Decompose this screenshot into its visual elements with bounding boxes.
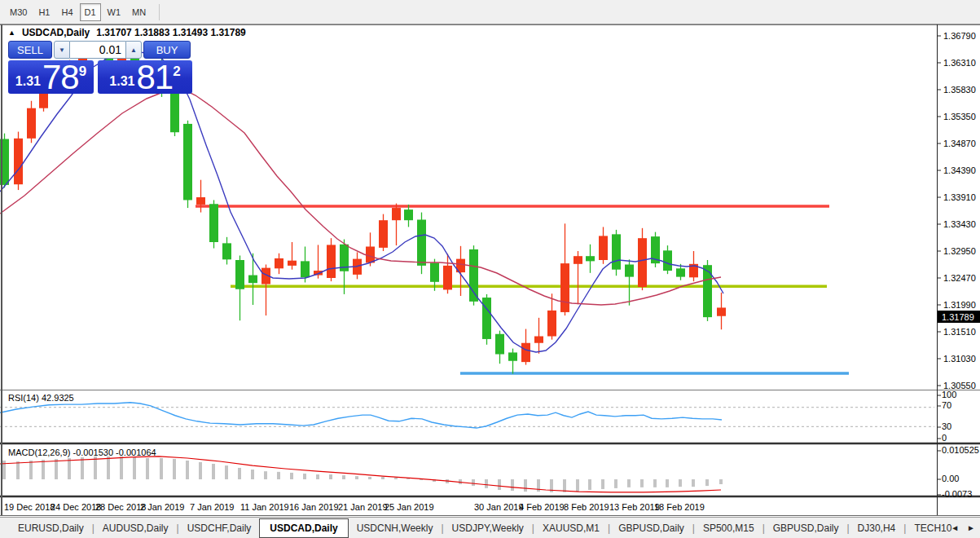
macd-histogram-bar xyxy=(511,479,514,491)
sell-price-tile[interactable]: 1.31789 xyxy=(8,60,94,94)
macd-histogram-bar xyxy=(251,470,254,479)
rsi-axis-label: 70 xyxy=(942,400,951,410)
price-axis-label: 1.36310 xyxy=(943,58,976,68)
candle xyxy=(651,232,660,267)
macd-histogram-bar xyxy=(68,458,71,479)
date-axis-label: 16 Jan 2019 xyxy=(289,502,339,512)
rsi-value: 42.9325 xyxy=(42,393,74,403)
macd-histogram-bar xyxy=(160,458,163,479)
candle xyxy=(209,200,218,248)
lot-increase-button[interactable]: ▲ xyxy=(125,41,142,59)
macd-histogram-bar xyxy=(601,479,604,489)
macd-axis-label: -0.0073 xyxy=(942,489,972,499)
macd-histogram-bar xyxy=(381,477,385,479)
candle xyxy=(14,132,23,191)
date-axis-label: 2 Jan 2019 xyxy=(140,502,184,512)
tabs-scroll-right-icon[interactable]: ► xyxy=(967,523,975,532)
tab-usdchf-daily[interactable]: USDCHF,Daily xyxy=(179,520,260,536)
macd-histogram-bar xyxy=(563,479,566,492)
price-axis-label: 1.36790 xyxy=(943,31,976,41)
collapse-arrow-icon[interactable]: ▲ xyxy=(8,27,15,38)
arrow-up-icon: ▲ xyxy=(130,46,137,54)
date-axis-label: 11 Jan 2019 xyxy=(240,502,289,512)
rsi-label: RSI(14) 42.9325 xyxy=(8,393,74,403)
macd-histogram-bar xyxy=(407,478,410,479)
date-axis-label: 30 Jan 2019 xyxy=(474,502,524,512)
tab-sp500-m15[interactable]: SP500,M15 xyxy=(695,520,762,536)
macd-histogram-bar xyxy=(107,456,110,479)
toolbar-divider xyxy=(159,4,160,20)
macd-histogram-bar xyxy=(55,459,58,479)
tab-xauusd-m1[interactable]: XAUUSD,M1 xyxy=(534,520,608,536)
price-axis-label: 1.33910 xyxy=(943,192,976,202)
macd-histogram-bar xyxy=(225,465,228,479)
buy-button[interactable]: BUY xyxy=(143,41,191,59)
macd-histogram-bar xyxy=(120,456,123,479)
tab-dj30-h4[interactable]: DJ30,H4 xyxy=(850,520,904,536)
sell-price-base: 1.31 xyxy=(15,74,41,89)
tab-eurusd-daily[interactable]: EURUSD,Daily xyxy=(10,520,92,536)
macd-histogram-bar xyxy=(640,479,644,487)
timeframe-button-m30[interactable]: M30 xyxy=(5,3,32,21)
timeframe-button-w1[interactable]: W1 xyxy=(103,3,126,21)
rsi-axis-label: 30 xyxy=(942,421,951,431)
macd-histogram-bar xyxy=(627,479,631,487)
price-axis-label: 1.33430 xyxy=(943,219,976,229)
macd-histogram-bar xyxy=(588,479,591,490)
price-axis-label: 1.31510 xyxy=(943,327,976,337)
macd-histogram-bar xyxy=(498,479,501,490)
macd-histogram-bar xyxy=(614,479,617,488)
tabs-scroll-left-icon[interactable]: ◄ xyxy=(951,523,959,532)
macd-axis-label: 0.00 xyxy=(942,474,959,483)
timeframe-button-h1[interactable]: H1 xyxy=(33,3,55,21)
macd-histogram-bar xyxy=(199,462,202,479)
macd-histogram-bar xyxy=(81,457,84,479)
macd-histogram-bar xyxy=(692,479,695,487)
buy-price-sup: 2 xyxy=(173,64,180,80)
chart-title: ▲ USDCAD,Daily 1.31707 1.31883 1.31493 1… xyxy=(8,27,246,38)
tab-usdjpy-weekly[interactable]: USDJPY,Weekly xyxy=(444,520,532,536)
price-axis-label: 1.35830 xyxy=(943,85,976,95)
macd-histogram-bar xyxy=(355,476,358,479)
tab-gbpusd-daily[interactable]: GBPUSD,Daily xyxy=(610,520,692,536)
price-axis-label: 1.34870 xyxy=(943,139,976,148)
candle xyxy=(183,121,192,208)
timeframe-button-d1[interactable]: D1 xyxy=(80,3,101,21)
macd-histogram-bar xyxy=(329,474,332,479)
date-axis-label: 21 Jan 2019 xyxy=(338,502,388,512)
macd-histogram-bar xyxy=(212,464,215,479)
lot-size-input[interactable]: 0.01 xyxy=(70,41,125,59)
timeframe-button-h4[interactable]: H4 xyxy=(56,3,77,21)
buy-price-tile[interactable]: 1.31812 xyxy=(98,60,192,94)
price-axis-label: 1.32470 xyxy=(943,273,976,283)
macd-histogram-bar xyxy=(133,457,136,479)
macd-histogram-bar xyxy=(368,477,371,479)
lot-decrease-button[interactable]: ▼ xyxy=(54,41,70,59)
tab-usdcnh-weekly[interactable]: USDCNH,Weekly xyxy=(349,520,442,536)
date-axis-label: 18 Feb 2019 xyxy=(654,502,705,512)
candle xyxy=(612,230,621,276)
macd-histogram-bar xyxy=(94,456,97,479)
macd-histogram-bar xyxy=(394,478,398,479)
date-axis-label: 25 Jan 2019 xyxy=(385,502,434,512)
timeframe-button-mn[interactable]: MN xyxy=(127,3,151,21)
timeframe-toolbar: M30H1H4D1W1MN xyxy=(0,0,980,24)
sell-price-big: 78 xyxy=(42,60,79,94)
tab-gbpusd-daily[interactable]: GBPUSD,Daily xyxy=(765,520,847,536)
macd-histogram-bar xyxy=(290,473,293,479)
tab-usdcad-daily[interactable]: USDCAD,Daily xyxy=(259,518,348,538)
date-axis-label: 24 Dec 2018 xyxy=(51,502,101,512)
macd-histogram-bar xyxy=(16,461,20,479)
macd-histogram-bar xyxy=(472,479,475,486)
tab-audusd-daily[interactable]: AUDUSD,Daily xyxy=(94,520,177,536)
date-axis-label: 7 Jan 2019 xyxy=(190,502,234,512)
candle xyxy=(417,213,426,275)
macd-histogram-bar xyxy=(485,479,488,488)
macd-histogram-bar xyxy=(238,468,241,479)
current-price-value: 1.31789 xyxy=(942,312,974,322)
sell-button[interactable]: SELL xyxy=(8,41,52,59)
macd-histogram-bar xyxy=(264,471,267,479)
price-axis-label: 1.32950 xyxy=(943,246,976,256)
price-axis-label: 1.31030 xyxy=(943,354,976,364)
buy-price-base: 1.31 xyxy=(109,74,134,89)
